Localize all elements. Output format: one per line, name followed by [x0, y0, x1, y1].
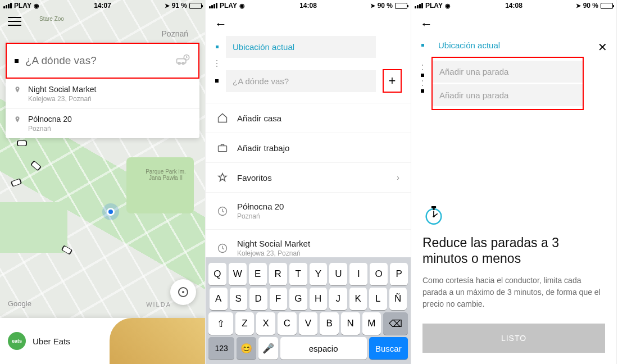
stop-field-1[interactable]: Añadir una parada [433, 61, 583, 83]
clock-icon [217, 243, 228, 254]
shift-key[interactable]: ⇧ [208, 312, 233, 335]
add-work-row[interactable]: Añadir trabajo [206, 133, 411, 163]
wifi-icon: ◉ [445, 2, 451, 10]
key-h[interactable]: H [310, 288, 328, 310]
location-services-icon: ➤ [370, 2, 375, 10]
pickup-field[interactable]: Ubicación actual [226, 36, 376, 58]
status-bar: PLAY ◉ 14:07 ➤ 91 % [0, 0, 205, 11]
briefcase-icon [217, 142, 228, 153]
keyboard-row-4: 123 😊 🎤 espacio Buscar [208, 337, 408, 360]
key-y[interactable]: Y [310, 263, 328, 285]
key-f[interactable]: F [270, 288, 288, 310]
key-o[interactable]: O [370, 263, 388, 285]
done-button[interactable]: LISTO [422, 324, 605, 353]
clock: 14:08 [505, 2, 522, 10]
map-poi-label: Stare Zoo [39, 16, 64, 22]
wifi-icon: ◉ [239, 2, 245, 10]
screen-destination-entry: PLAY ◉ 14:08 ➤ 90 % ← Ubicación actual [206, 0, 411, 364]
key-v[interactable]: V [299, 312, 318, 335]
key-i[interactable]: I [349, 263, 367, 285]
uber-eats-image [110, 318, 205, 364]
suggestion-title: Północna 20 [28, 115, 72, 124]
recenter-button[interactable] [170, 279, 196, 305]
key-x[interactable]: X [256, 312, 275, 335]
back-button[interactable]: ← [206, 11, 411, 34]
star-icon [217, 172, 228, 183]
numbers-key[interactable]: 123 [208, 337, 234, 360]
svg-rect-11 [431, 206, 436, 208]
tip-panel: Reduce las paradas a 3 minutos o menos C… [411, 203, 616, 365]
status-bar: PLAY ◉ 14:08 ➤ 90 % [411, 0, 616, 11]
search-card: ¿A dónde vas? Night Social Market Kolejo… [6, 43, 199, 138]
destination-search[interactable]: ¿A dónde vas? [6, 43, 199, 79]
back-button[interactable]: ← [411, 11, 616, 34]
key-c[interactable]: C [278, 312, 297, 335]
recent-row[interactable]: Północna 20 Poznań [206, 193, 411, 230]
key-q[interactable]: Q [208, 263, 226, 285]
key-s[interactable]: S [230, 288, 248, 310]
search-key[interactable]: Buscar [369, 337, 408, 360]
suggestion-title: Night Social Market [28, 85, 96, 94]
keyboard-row-3: ⇧ Z X C V B N M ⌫ [208, 312, 408, 335]
route-inputs: Ubicación actual ¿A dónde vas? + [206, 36, 411, 98]
key-u[interactable]: U [329, 263, 347, 285]
svg-rect-6 [219, 146, 227, 152]
key-m[interactable]: M [362, 312, 381, 335]
route-inputs: Ubicación actual Añadir una parada Añadi… [411, 36, 616, 110]
svg-point-13 [433, 215, 434, 217]
key-p[interactable]: P [390, 263, 408, 285]
favorites-row[interactable]: Favoritos › [206, 163, 411, 193]
key-k[interactable]: K [349, 288, 367, 310]
schedule-ride-icon[interactable] [175, 53, 190, 69]
add-stop-button[interactable]: + [383, 69, 402, 93]
pin-icon [13, 116, 21, 124]
clock: 14:07 [94, 2, 111, 10]
uber-eats-banner[interactable]: eats Uber Eats [0, 318, 205, 364]
stop-field-2[interactable]: Añadir una parada [433, 84, 583, 106]
close-button[interactable]: ✕ [598, 40, 607, 54]
signal-icon [3, 3, 12, 8]
battery-percent: 91 % [172, 2, 187, 10]
key-l[interactable]: L [369, 288, 387, 310]
key-enye[interactable]: Ñ [389, 288, 407, 310]
status-bar: PLAY ◉ 14:08 ➤ 90 % [206, 0, 411, 11]
suggestion-subtitle: Kolejowa 23, Poznań [28, 95, 96, 103]
signal-icon [209, 3, 217, 8]
add-home-row[interactable]: Añadir casa [206, 103, 411, 133]
pickup-field[interactable]: Ubicación actual [431, 36, 584, 54]
key-r[interactable]: R [269, 263, 287, 285]
destination-dot-icon [15, 59, 19, 63]
key-e[interactable]: E [249, 263, 267, 285]
screen-home: Stare Zoo Poznań Parque Park im. Jana Pa… [0, 0, 206, 364]
key-n[interactable]: N [341, 312, 360, 335]
map-park-label: Parque Park im. Jana Pawła II [143, 169, 188, 181]
suggestion-row[interactable]: Night Social Market Kolejowa 23, Poznań [6, 79, 199, 108]
menu-button[interactable] [8, 17, 21, 26]
uber-eats-logo-icon: eats [8, 332, 26, 350]
battery-icon [189, 3, 202, 9]
key-d[interactable]: D [249, 288, 267, 310]
destination-field[interactable]: ¿A dónde vas? [226, 70, 376, 92]
battery-percent: 90 % [378, 2, 393, 10]
key-z[interactable]: Z [235, 312, 255, 335]
tip-body: Como cortesía hacia el conductor, limita… [422, 275, 605, 310]
backspace-key[interactable]: ⌫ [383, 312, 408, 335]
suggestion-subtitle: Poznań [28, 125, 72, 133]
keyboard-row-2: A S D F G H J K L Ñ [208, 288, 408, 310]
key-t[interactable]: T [289, 263, 307, 285]
keyboard[interactable]: Q W E R T Y U I O P A S D F G H J K L [206, 257, 411, 364]
svg-point-5 [17, 118, 18, 119]
signal-icon [415, 3, 423, 8]
mic-key[interactable]: 🎤 [258, 337, 278, 360]
key-b[interactable]: B [320, 312, 339, 335]
key-j[interactable]: J [329, 288, 347, 310]
search-placeholder: ¿A dónde vas? [25, 54, 168, 67]
key-a[interactable]: A [210, 288, 228, 310]
key-w[interactable]: W [229, 263, 247, 285]
home-icon [217, 112, 228, 124]
suggestion-row[interactable]: Północna 20 Poznań [6, 108, 199, 138]
svg-point-4 [17, 88, 18, 89]
emoji-key[interactable]: 😊 [237, 337, 256, 360]
space-key[interactable]: espacio [280, 337, 367, 360]
key-g[interactable]: G [289, 288, 307, 310]
